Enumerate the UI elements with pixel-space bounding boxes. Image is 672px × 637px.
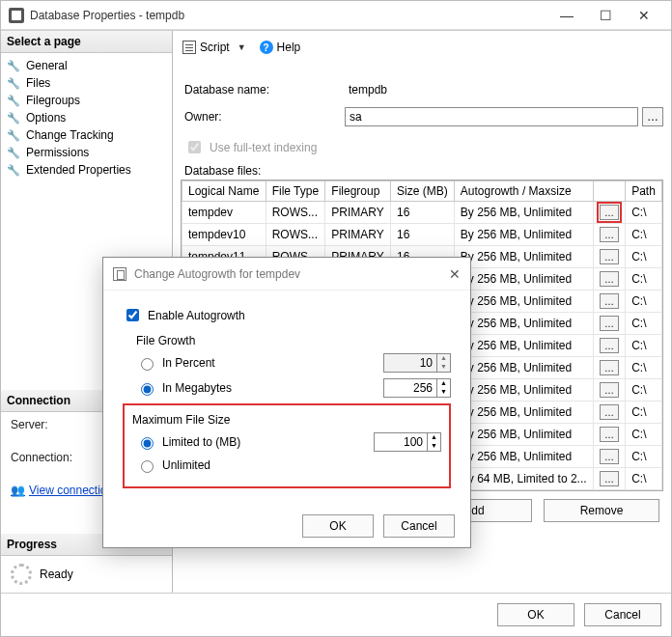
autogrowth-edit-button[interactable]: … [600,249,619,264]
toolbar: Script ▼ ? Help [181,37,663,63]
autogrowth-edit-button[interactable]: … [600,427,619,442]
minimize-button[interactable]: — [547,2,586,29]
autogrowth-edit-button[interactable]: … [600,316,619,331]
dbname-label: Database name: [181,83,345,97]
percent-spinner: ▲▼ [383,353,451,373]
autogrowth-edit-button[interactable]: … [600,449,619,464]
autogrowth-edit-button[interactable]: … [600,271,619,287]
window-footer: OK Cancel [1,593,671,636]
dialog-ok-button[interactable]: OK [302,514,374,538]
page-list: GeneralFilesFilegroupsOptionsChange Trac… [1,53,172,182]
database-icon [9,8,24,23]
remove-button[interactable]: Remove [544,499,659,522]
sidebar-item-options[interactable]: Options [1,109,172,126]
in-megabytes-label: In Megabytes [162,381,232,395]
maximize-button[interactable]: ☐ [586,2,625,29]
column-header[interactable]: Filegroup [325,181,391,202]
in-percent-label: In Percent [162,356,215,370]
files-label: Database files: [184,164,663,178]
dbname-value [345,80,663,99]
megabytes-spinner[interactable]: ▲▼ [383,378,451,398]
sidebar-item-filegroups[interactable]: Filegroups [1,92,172,109]
in-percent-radio[interactable] [141,358,154,371]
select-page-header: Select a page [1,31,172,53]
autogrowth-edit-button[interactable]: … [600,227,619,242]
autogrowth-edit-button[interactable]: … [600,382,619,398]
in-megabytes-radio[interactable] [141,383,154,396]
autogrowth-dialog: Change Autogrowth for tempdev ✕ Enable A… [102,257,471,548]
max-file-size-highlight: Maximum File Size Limited to (MB) ▲▼ Unl… [123,403,451,488]
enable-autogrowth-checkbox[interactable]: Enable Autogrowth [123,306,451,324]
column-header[interactable]: File Type [266,181,325,202]
window-title: Database Properties - tempdb [30,9,547,22]
enable-autogrowth-input[interactable] [126,309,139,321]
cancel-button[interactable]: Cancel [584,603,661,626]
sidebar-item-general[interactable]: General [1,57,172,74]
column-header[interactable]: Autogrowth / Maxsize [454,181,593,202]
progress-status: Ready [40,568,73,581]
progress-spinner-icon [11,564,32,585]
column-header[interactable] [594,181,626,202]
sidebar-item-permissions[interactable]: Permissions [1,144,172,161]
owner-label: Owner: [181,110,345,124]
close-button[interactable]: ✕ [625,2,663,29]
column-header[interactable]: Path [626,181,662,202]
column-header[interactable]: Logical Name [182,181,266,202]
script-dropdown-icon[interactable]: ▼ [238,42,246,52]
limited-to-label: Limited to (MB) [162,435,240,449]
fulltext-checkbox: Use full-text indexing [184,138,663,156]
limited-to-radio[interactable] [141,437,154,450]
autogrowth-edit-button[interactable]: … [600,338,619,353]
sidebar-item-change-tracking[interactable]: Change Tracking [1,126,172,144]
table-row[interactable]: tempdev10ROWS...PRIMARY16By 256 MB, Unli… [182,224,662,246]
autogrowth-edit-button[interactable]: … [600,404,619,420]
file-growth-title: File Growth [136,334,451,347]
autogrowth-edit-button[interactable]: … [600,293,619,309]
column-header[interactable]: Size (MB) [390,181,454,202]
fulltext-check-input [188,141,201,153]
limited-to-spinner[interactable]: ▲▼ [374,432,441,452]
owner-input[interactable] [345,107,638,126]
titlebar[interactable]: Database Properties - tempdb — ☐ ✕ [1,1,671,30]
sidebar-item-files[interactable]: Files [1,74,172,92]
owner-browse-button[interactable]: … [642,107,663,126]
help-button[interactable]: Help [277,41,301,54]
help-icon: ? [260,41,273,54]
sidebar-item-extended-properties[interactable]: Extended Properties [1,161,172,179]
unlimited-radio[interactable] [141,460,154,473]
autogrowth-edit-button[interactable]: … [600,471,619,486]
table-row[interactable]: tempdevROWS...PRIMARY16By 256 MB, Unlimi… [182,202,662,224]
unlimited-label: Unlimited [162,458,210,472]
dialog-cancel-button[interactable]: Cancel [383,514,455,538]
ok-button[interactable]: OK [497,603,574,626]
max-file-size-title: Maximum File Size [132,413,441,427]
dialog-close-button[interactable]: ✕ [449,266,461,282]
autogrowth-edit-button[interactable]: … [600,360,619,375]
dialog-icon [113,267,126,281]
script-button[interactable]: Script [200,41,230,54]
autogrowth-edit-button[interactable]: … [600,205,619,220]
dialog-title: Change Autogrowth for tempdev [134,267,300,281]
script-icon [182,41,196,54]
